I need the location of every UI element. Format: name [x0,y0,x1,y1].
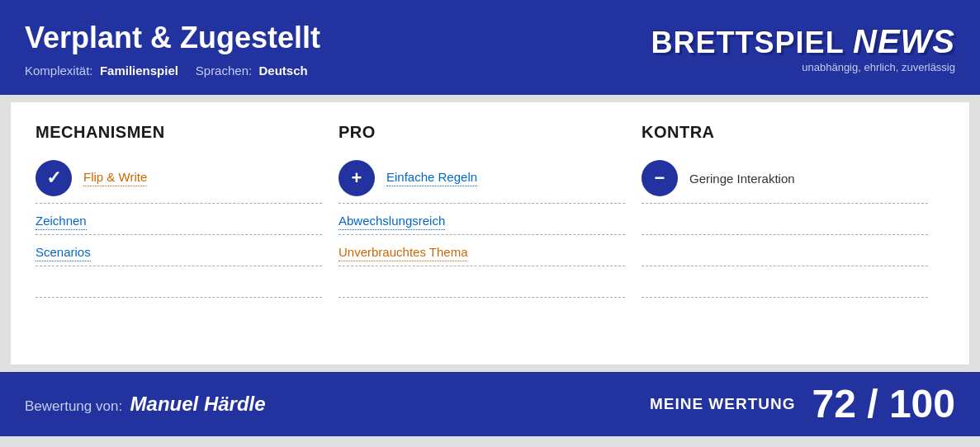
kontra-text-1: Geringe Interaktion [689,172,795,186]
header-meta: Komplexität: Familienspiel Sprachen: Deu… [25,64,651,78]
logo-news: NEWS [853,23,955,59]
logo-text: BRETTSPIEL NEWS [651,25,955,58]
kontra-item-1: − Geringe Interaktion [641,160,928,204]
mechanismen-item-1: ✓ Flip & Write [36,160,322,204]
kontra-item-3 [641,235,928,266]
minus-icon: − [641,160,678,196]
rating-by-label: Bewertung von: [25,398,122,414]
pro-link-2[interactable]: Abwechslungsreich [339,214,445,230]
kontra-item-4 [641,266,928,298]
footer-left: Bewertung von: Manuel Härdle [25,393,266,416]
check-icon: ✓ [36,160,72,196]
pro-header: PRO [339,123,625,142]
mechanismen-link-2[interactable]: Zeichnen [36,214,87,230]
my-rating-label: MEINE WERTUNG [650,395,796,413]
main-content: MECHANISMEN ✓ Flip & Write Zeichnen Scen… [10,101,970,365]
pro-item-2: Abwechslungsreich [339,204,625,235]
logo-subtitle: unabhängig, ehrlich, zuverlässig [802,61,955,73]
languages-value: Deutsch [259,64,308,78]
complexity-value: Familienspiel [100,64,178,78]
pro-link-3[interactable]: Unverbrauchtes Thema [339,245,467,261]
author-name: Manuel Härdle [130,393,266,415]
header: Verplant & Zugestellt Komplexität: Famil… [0,0,980,95]
plus-icon: + [339,160,375,196]
footer-right: MEINE WERTUNG 72 / 100 [650,384,955,424]
complexity-label: Komplexität: [25,64,93,78]
pro-item-1: + Einfache Regeln [339,160,625,204]
header-left: Verplant & Zugestellt Komplexität: Famil… [25,21,651,78]
mechanismen-column: MECHANISMEN ✓ Flip & Write Zeichnen Scen… [36,123,339,298]
pro-column: PRO + Einfache Regeln Abwechslungsreich … [339,123,641,298]
kontra-column: KONTRA − Geringe Interaktion [641,123,944,298]
logo: BRETTSPIEL NEWS unabhängig, ehrlich, zuv… [651,25,955,73]
kontra-header: KONTRA [641,123,928,142]
page-title: Verplant & Zugestellt [25,21,651,55]
mechanismen-link-3[interactable]: Scenarios [36,245,91,261]
footer: Bewertung von: Manuel Härdle MEINE WERTU… [0,372,980,436]
mechanismen-header: MECHANISMEN [36,123,322,142]
pro-link-1[interactable]: Einfache Regeln [386,170,477,186]
pro-item-3: Unverbrauchtes Thema [339,235,625,266]
mechanismen-item-2: Zeichnen [36,204,322,235]
columns: MECHANISMEN ✓ Flip & Write Zeichnen Scen… [36,123,944,298]
mechanismen-item-3: Scenarios [36,235,322,266]
logo-brettspiel: BRETTSPIEL [651,26,844,59]
mechanismen-item-4 [36,266,322,298]
mechanismen-link-1[interactable]: Flip & Write [83,170,147,186]
rating-value: 72 / 100 [812,384,955,424]
languages-label: Sprachen: [196,64,252,78]
pro-item-4 [339,266,625,298]
kontra-item-2 [641,204,928,235]
